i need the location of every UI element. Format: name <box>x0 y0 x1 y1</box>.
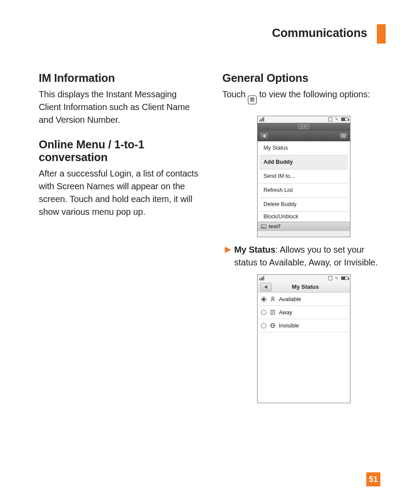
battery-icon <box>341 276 348 280</box>
bullet-my-status: ▶ My Status: Allows you to set your stat… <box>222 243 385 269</box>
paragraph: After a successful Login, a list of cont… <box>39 167 201 219</box>
status-radio-list: AvailableAwayInvisible <box>258 293 350 332</box>
bottom-strip <box>258 231 350 237</box>
paper-icon <box>270 309 276 315</box>
status-option[interactable]: Away <box>258 306 350 319</box>
back-arrow-icon <box>262 134 265 138</box>
menu-icon <box>248 96 257 104</box>
status-option[interactable]: Invisible <box>258 319 350 332</box>
heading-online-menu: Online Menu / 1-to-1 conversation <box>39 138 201 164</box>
heading-general-options: General Options <box>222 72 385 85</box>
status-label: Invisible <box>279 323 299 329</box>
menu-item[interactable]: Add Buddy <box>259 155 348 169</box>
edge-tab <box>377 24 386 44</box>
menu-item[interactable]: Send IM to... <box>259 169 348 184</box>
phone-status-bar: ✎ <box>258 275 350 281</box>
phone-status-bar: ✎ <box>258 116 350 123</box>
screenshot-my-status: ✎ My Status AvailableAwayInvisible <box>257 274 350 403</box>
pen-icon: ✎ <box>335 276 339 280</box>
status-label: Away <box>279 309 292 316</box>
status-label: Available <box>279 296 302 302</box>
menu-item[interactable]: Refresh List <box>259 184 348 198</box>
header-title: My Status <box>264 283 347 290</box>
menu-item[interactable]: Block/Unblock <box>259 212 348 221</box>
empty-area <box>258 332 350 403</box>
options-popup: My StatusAdd BuddySend IM to...Refresh L… <box>259 141 348 222</box>
menu-item[interactable]: My Status <box>259 141 348 155</box>
globe-icon <box>270 323 276 328</box>
radio-icon <box>261 310 266 315</box>
right-column: General Options Touch to view the follow… <box>222 72 385 405</box>
card-icon <box>328 117 332 121</box>
menu-lines-icon <box>341 134 346 138</box>
bullet-text: My Status: Allows you to set your status… <box>234 243 382 269</box>
phone-nav-row <box>258 131 350 141</box>
menu-item[interactable]: Delete Buddy <box>259 198 348 212</box>
person-icon <box>270 296 276 302</box>
phone-header: My Status <box>258 281 350 293</box>
pen-icon: ✎ <box>335 117 339 121</box>
menu-button[interactable] <box>339 132 348 140</box>
phone-app-bar: AIM <box>258 123 350 131</box>
heading-im-information: IM Information <box>39 72 201 85</box>
left-column: IM Information This displays the Instant… <box>39 72 201 405</box>
page-number: 51 <box>366 472 380 486</box>
text: to view the following options: <box>259 89 370 99</box>
bullet-marker-icon: ▶ <box>225 243 231 269</box>
paragraph: Touch to view the following options: <box>222 88 385 104</box>
signal-icon <box>259 117 264 121</box>
signal-icon <box>259 276 264 280</box>
card-icon <box>328 276 332 280</box>
now-bar: test7 <box>258 222 350 231</box>
message-icon <box>261 224 266 228</box>
svg-point-0 <box>272 297 274 299</box>
radio-icon <box>261 297 266 302</box>
chapter-title: Communications <box>39 26 367 40</box>
back-button[interactable] <box>259 132 269 140</box>
aim-badge: AIM <box>298 124 309 129</box>
screenshot-options-menu: ✎ AIM My StatusAdd BuddySend IM to...Ref… <box>257 116 350 237</box>
battery-icon <box>341 118 348 121</box>
paragraph: This displays the Instant Messaging Clie… <box>39 88 201 127</box>
radio-icon <box>261 323 266 328</box>
text: Touch <box>222 89 248 99</box>
now-bar-label: test7 <box>269 224 281 229</box>
status-option[interactable]: Available <box>258 293 350 306</box>
